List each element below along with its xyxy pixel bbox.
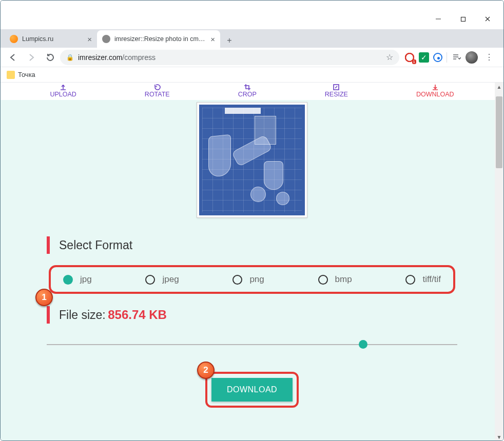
resize-icon <box>333 84 340 91</box>
new-tab-button[interactable]: + <box>222 33 237 48</box>
address-bar-row: 🔒 imresizer.com/compress ☆ 1 ✓ ⋮ <box>1 48 503 67</box>
format-label: jpg <box>80 274 92 285</box>
window-close-button[interactable] <box>476 11 499 27</box>
radio-icon <box>63 275 73 285</box>
format-label: png <box>249 274 264 285</box>
download-icon <box>432 84 439 91</box>
bookmark-folder-icon <box>7 71 15 79</box>
format-option-png[interactable]: png <box>232 274 264 285</box>
step-crop[interactable]: CROP <box>238 84 257 100</box>
page-viewport: UPLOAD ROTATE CROP RESIZE DOWNLOAD <box>1 83 503 441</box>
extensions-area: 1 ✓ ⋮ <box>401 51 499 64</box>
bookmark-item[interactable]: Точка <box>18 71 35 78</box>
format-label: bmp <box>335 274 352 285</box>
format-option-jpeg[interactable]: jpeg <box>145 274 179 285</box>
url-host: imresizer.com/compress <box>78 53 156 62</box>
reading-list-icon[interactable] <box>451 52 461 63</box>
step-upload[interactable]: UPLOAD <box>50 84 76 100</box>
tab-close-icon[interactable]: × <box>87 35 92 44</box>
tab-strip: Lumpics.ru × imresizer::Resize photo in … <box>1 29 503 48</box>
tab-title: imresizer::Resize photo in cm, mm <box>114 35 206 43</box>
step-label: CROP <box>238 91 257 98</box>
upload-icon <box>60 84 67 91</box>
annotation-badge-1: 1 <box>35 289 53 306</box>
nav-back-button[interactable] <box>5 49 21 66</box>
step-rotate[interactable]: ROTATE <box>145 84 170 100</box>
step-label: ROTATE <box>145 91 170 98</box>
nav-reload-button[interactable] <box>42 49 58 66</box>
browser-tab-imresizer[interactable]: imresizer::Resize photo in cm, mm × <box>97 30 220 48</box>
step-resize[interactable]: RESIZE <box>325 84 348 100</box>
select-format-section: Select Format 1 jpg jpeg png <box>47 236 457 324</box>
crop-icon <box>244 84 251 91</box>
image-preview <box>197 102 307 218</box>
filesize-label: File size: <box>59 308 106 322</box>
profile-avatar[interactable] <box>466 51 478 64</box>
scroll-thumb[interactable] <box>496 96 502 168</box>
window-controls <box>1 9 503 29</box>
rotate-icon <box>153 84 161 91</box>
favicon-icon <box>10 35 18 43</box>
format-label: tiff/tif <box>422 274 441 285</box>
step-download[interactable]: DOWNLOAD <box>416 84 454 100</box>
format-option-tiff[interactable]: tiff/tif <box>405 274 441 285</box>
radio-icon <box>405 275 415 285</box>
extension-check-icon[interactable]: ✓ <box>419 52 429 63</box>
format-option-jpg[interactable]: jpg <box>63 274 92 285</box>
chrome-menu-button[interactable]: ⋮ <box>482 52 496 62</box>
format-options-group: jpg jpeg png bmp <box>49 265 455 294</box>
filesize-value: 856.74 KB <box>108 308 167 322</box>
browser-tab-lumpics[interactable]: Lumpics.ru × <box>5 30 97 48</box>
favicon-icon <box>102 35 110 43</box>
extension-globe-icon[interactable] <box>433 53 442 62</box>
scroll-down-icon[interactable]: ▼ <box>495 433 503 441</box>
format-option-bmp[interactable]: bmp <box>318 274 352 285</box>
step-label: RESIZE <box>325 91 348 98</box>
format-label: jpeg <box>162 274 179 285</box>
step-label: UPLOAD <box>50 91 76 98</box>
section-title: Select Format <box>59 238 132 252</box>
tab-close-icon[interactable]: × <box>210 35 215 44</box>
annotation-badge-2: 2 <box>197 362 215 379</box>
bookmarks-bar: Точка <box>1 67 503 83</box>
section-accent-bar <box>47 306 50 324</box>
section-accent-bar <box>47 236 50 254</box>
address-bar[interactable]: 🔒 imresizer.com/compress ☆ <box>60 50 399 65</box>
quality-slider[interactable] <box>47 344 457 345</box>
radio-icon <box>145 275 155 285</box>
tab-title: Lumpics.ru <box>22 35 83 43</box>
scroll-up-icon[interactable]: ▲ <box>495 83 503 91</box>
step-label: DOWNLOAD <box>416 91 454 98</box>
step-tabs: UPLOAD ROTATE CROP RESIZE DOWNLOAD <box>1 83 503 100</box>
bookmark-star-icon[interactable]: ☆ <box>386 52 393 62</box>
download-highlight-box: 2 DOWNLOAD <box>205 372 299 408</box>
window-maximize-button[interactable] <box>451 11 475 27</box>
radio-icon <box>318 275 328 285</box>
download-button[interactable]: DOWNLOAD <box>211 378 293 402</box>
slider-track <box>47 344 457 345</box>
nav-forward-button[interactable] <box>23 49 40 66</box>
slider-thumb[interactable] <box>359 340 367 349</box>
lock-icon: 🔒 <box>66 54 74 61</box>
extension-adblock-icon[interactable]: 1 <box>404 52 415 63</box>
radio-icon <box>232 275 242 285</box>
window-minimize-button[interactable] <box>427 11 450 27</box>
preview-content <box>199 105 305 215</box>
vertical-scrollbar[interactable]: ▲ ▼ <box>495 83 503 441</box>
svg-rect-1 <box>461 17 465 21</box>
